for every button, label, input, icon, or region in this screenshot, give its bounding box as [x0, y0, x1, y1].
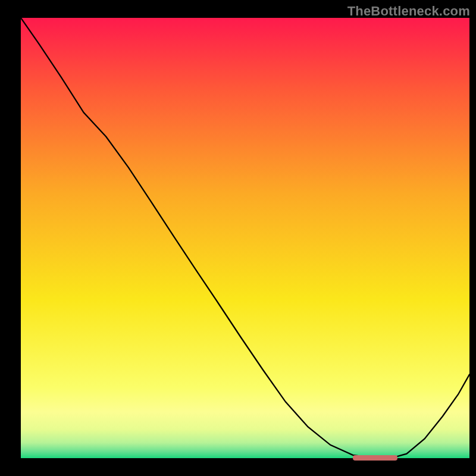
optimum-marker [353, 455, 397, 461]
chart-svg [21, 18, 469, 458]
chart-stage: TheBottleneck.com [0, 0, 476, 476]
plot-area [21, 18, 469, 458]
watermark-text: TheBottleneck.com [347, 4, 470, 19]
gradient-background [21, 18, 469, 458]
